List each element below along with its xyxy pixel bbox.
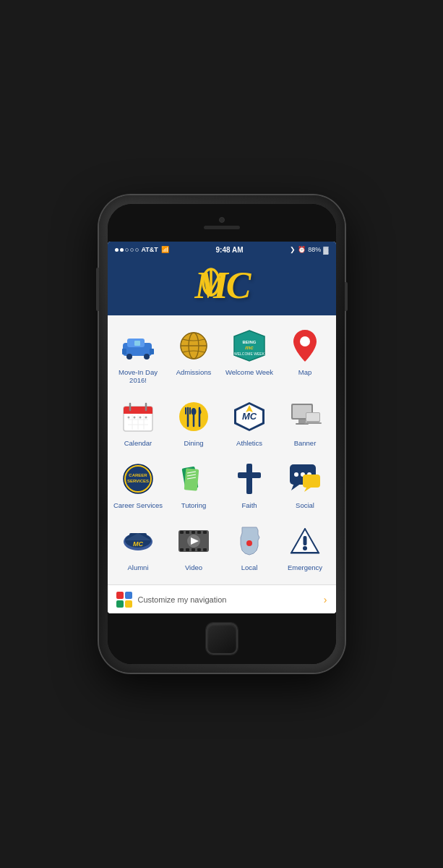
phone-body: AT&T 📶 9:48 AM ❯ ⏰ 88% ▓ MC (108, 204, 336, 664)
customize-icon (116, 592, 132, 608)
camera (219, 217, 225, 223)
svg-point-31 (139, 416, 142, 418)
speaker (204, 226, 240, 229)
video-label: Video (185, 563, 202, 571)
grid-item-alumni[interactable]: MC Alumni (111, 516, 166, 579)
social-label: Social (296, 501, 314, 509)
banner-label: Banner (294, 439, 317, 447)
customize-text: Customize my navigation (138, 595, 318, 604)
svg-point-30 (134, 416, 136, 418)
app-header: MC (108, 258, 336, 315)
signal-dot-2 (120, 248, 124, 252)
faith-icon (231, 460, 268, 498)
svg-rect-9 (134, 341, 140, 346)
svg-rect-90 (304, 536, 307, 545)
location-icon: ❯ (290, 246, 296, 253)
grid-item-banner[interactable]: Banner (278, 392, 333, 454)
grid-item-athletics[interactable]: MC Athletics (222, 392, 278, 454)
svg-rect-76 (186, 531, 189, 534)
svg-point-29 (128, 416, 130, 418)
cust-sq-2 (125, 592, 132, 599)
status-bar: AT&T 📶 9:48 AM ❯ ⏰ 88% ▓ (108, 242, 336, 258)
grid-item-social[interactable]: Social (278, 454, 333, 516)
grid-item-video[interactable]: Video (166, 516, 222, 579)
tutoring-label: Tutoring (181, 501, 207, 509)
app-grid: Move-In Day 2016! (108, 315, 336, 584)
status-left: AT&T 📶 (115, 246, 169, 253)
dining-label: Dining (184, 439, 204, 447)
svg-point-32 (145, 416, 147, 418)
svg-text:SERVICES: SERVICES (127, 479, 149, 483)
svg-text:mc: mc (245, 344, 254, 351)
alumni-icon: MC (119, 522, 157, 560)
grid-item-welcome-week[interactable]: BEING mc WELCOME WEEK Welcome Week (222, 321, 278, 392)
career-services-label: Career Services (113, 501, 163, 509)
status-right: ❯ ⏰ 88% ▓ (290, 246, 328, 254)
banner-icon (286, 398, 324, 435)
battery-icon: ▓ (323, 246, 328, 254)
svg-rect-79 (203, 531, 207, 534)
customize-arrow: › (324, 594, 327, 605)
svg-rect-61 (238, 472, 261, 478)
svg-rect-7 (122, 349, 126, 354)
map-icon (286, 327, 324, 365)
carrier-label: AT&T (142, 246, 158, 253)
svg-point-64 (294, 472, 298, 477)
svg-point-18 (300, 336, 310, 346)
grid-item-dining[interactable]: Dining (166, 392, 222, 454)
screen: AT&T 📶 9:48 AM ❯ ⏰ 88% ▓ MC (108, 242, 336, 613)
svg-point-6 (144, 354, 150, 359)
video-icon (175, 522, 212, 560)
svg-rect-78 (197, 531, 201, 534)
grid-item-tutoring[interactable]: Tutoring (166, 454, 222, 516)
grid-item-career-services[interactable]: CAREER SERVICES Career Services (111, 454, 166, 516)
phone-top-bar (108, 204, 336, 242)
emergency-icon (286, 522, 324, 560)
svg-rect-84 (203, 548, 207, 551)
dining-icon (175, 398, 212, 435)
signal-dots (115, 248, 139, 252)
grid-item-local[interactable]: Local (222, 516, 278, 579)
grid-item-admissions[interactable]: Admissions (166, 321, 222, 392)
grid-item-map[interactable]: Map (278, 321, 333, 392)
local-icon (231, 522, 268, 560)
phone-frame: AT&T 📶 9:48 AM ❯ ⏰ 88% ▓ MC (99, 195, 345, 673)
career-services-icon: CAREER SERVICES (119, 460, 157, 498)
grid-item-move-in-day[interactable]: Move-In Day 2016! (111, 321, 166, 392)
social-icon (286, 460, 324, 498)
calendar-icon (119, 398, 157, 435)
svg-rect-49 (306, 413, 319, 421)
alumni-label: Alumni (127, 563, 148, 571)
cust-sq-4 (125, 600, 132, 608)
grid-item-emergency[interactable]: Emergency (278, 516, 333, 579)
admissions-label: Admissions (176, 368, 212, 376)
svg-rect-83 (197, 548, 201, 551)
svg-rect-56 (184, 468, 199, 490)
status-time: 9:48 AM (216, 246, 244, 254)
app-logo: MC (193, 262, 251, 312)
grid-item-faith[interactable]: Faith (222, 454, 278, 516)
calendar-label: Calendar (124, 439, 152, 447)
welcome-week-label: Welcome Week (225, 368, 273, 376)
signal-dot-1 (115, 248, 119, 252)
grid-item-calendar[interactable]: Calendar (111, 392, 166, 454)
svg-text:CAREER: CAREER (129, 473, 147, 477)
home-button[interactable] (206, 623, 238, 655)
svg-text:MC: MC (133, 540, 143, 548)
wifi-icon: 📶 (161, 246, 169, 253)
athletics-icon: MC (231, 398, 268, 435)
local-label: Local (241, 563, 258, 571)
signal-dot-4 (130, 248, 134, 252)
svg-rect-81 (186, 548, 189, 551)
customize-bar[interactable]: Customize my navigation › (108, 584, 336, 613)
svg-rect-8 (150, 349, 154, 354)
move-in-day-label: Move-In Day 2016! (113, 368, 163, 385)
svg-rect-60 (246, 464, 252, 494)
svg-rect-67 (303, 475, 320, 488)
cust-sq-1 (116, 592, 124, 599)
alarm-icon: ⏰ (298, 246, 306, 253)
svg-text:WELCOME WEEK: WELCOME WEEK (234, 352, 265, 356)
svg-rect-21 (124, 411, 152, 414)
athletics-label: Athletics (236, 439, 262, 447)
faith-label: Faith (241, 501, 257, 509)
